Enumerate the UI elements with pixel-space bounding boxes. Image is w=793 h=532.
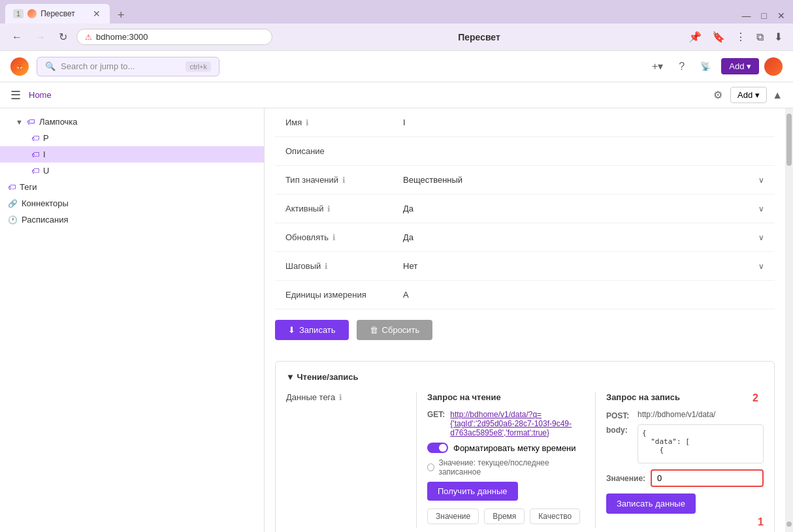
tab-value[interactable]: Значение <box>427 509 479 524</box>
sidebar-item-tegi[interactable]: 🏷 Теги <box>0 179 264 195</box>
user-avatar[interactable] <box>764 57 783 76</box>
sidebar-item-lampochka[interactable]: ▼ 🏷 Лампочка <box>0 114 264 130</box>
sidebar-item-connectors[interactable]: 🔗 Коннекторы <box>0 195 264 211</box>
window-minimize-button[interactable]: — <box>739 10 754 21</box>
get-data-button[interactable]: Получить данные <box>427 482 518 501</box>
value-text: I <box>403 117 406 127</box>
save-button[interactable]: ⬇ Записать <box>275 320 349 340</box>
info-icon[interactable]: ℹ <box>306 118 309 127</box>
add-button[interactable]: Add ▾ <box>721 58 759 74</box>
new-tab-button[interactable]: + <box>112 8 130 22</box>
read-panel: Запрос на чтение GET: http://bdhome/v1/d… <box>417 392 595 528</box>
tab-close-button[interactable]: ✕ <box>91 8 102 19</box>
tab-time[interactable]: Время <box>484 509 525 524</box>
dropdown-arrow-icon: ∨ <box>758 176 764 185</box>
read-url-link[interactable]: http://bdhome/v1/data/?q={'tagId':'2d95d… <box>450 410 572 437</box>
reset-label: Сбросить <box>382 325 420 335</box>
form-value-stepped[interactable]: Нет ∨ <box>393 255 775 277</box>
settings-button[interactable]: ⚙ <box>711 86 725 104</box>
bookmark-button[interactable]: 📌 <box>686 28 704 46</box>
write-data-button[interactable]: Записать данные <box>606 493 696 514</box>
form-value-description <box>393 145 775 158</box>
scrollbar-thumb[interactable] <box>786 114 792 166</box>
form-label-stepped: Шаговый ℹ <box>275 255 393 277</box>
breadcrumb-home[interactable]: Home <box>29 90 52 100</box>
add-label: Add ▾ <box>729 61 751 71</box>
value-text: Да <box>403 204 413 213</box>
label-text: Имя <box>285 117 302 127</box>
active-tab[interactable]: 1 Пересвет ✕ <box>5 4 110 23</box>
write-panel: 2 Запрос на запись POST: http://bdhome/v… <box>595 392 764 528</box>
value-input[interactable] <box>651 469 764 487</box>
sub-add-label: Add <box>737 90 753 100</box>
info-icon[interactable]: ℹ <box>339 393 342 402</box>
form-label-description: Описание <box>275 140 393 163</box>
read-method-row: GET: http://bdhome/v1/data/?q={'tagId':'… <box>427 410 585 437</box>
search-box[interactable]: 🔍 Search or jump to... ctrl+k <box>37 57 219 76</box>
radio-button[interactable] <box>427 463 434 471</box>
sidebar-item-label: U <box>43 166 49 176</box>
reload-button[interactable]: ↻ <box>55 29 71 44</box>
hamburger-button[interactable]: ☰ <box>10 88 21 102</box>
form-row-stepped: Шаговый ℹ Нет ∨ <box>275 252 775 281</box>
dropdown-arrow-icon: ∨ <box>758 262 764 271</box>
label-text: Тип значений <box>285 175 338 185</box>
info-icon[interactable]: ℹ <box>325 262 328 271</box>
sidebar-item-i[interactable]: 🏷 I <box>0 146 264 163</box>
label-text: Обновлять <box>285 232 329 242</box>
bookmark2-button[interactable]: 🔖 <box>709 28 728 46</box>
form-value-update[interactable]: Да ∨ <box>393 226 775 249</box>
dropdown-arrow-icon: ∨ <box>758 233 764 242</box>
sub-header: ☰ Home ⚙ Add ▾ ▲ <box>0 82 793 108</box>
forward-button[interactable]: → <box>31 30 50 44</box>
main-area: ▼ 🏷 Лампочка 🏷 P 🏷 I 🏷 U <box>0 108 793 532</box>
scrollbar-bottom[interactable] <box>786 522 792 527</box>
tag-icon: 🏷 <box>31 166 39 176</box>
body-textarea[interactable]: { "data": [ { <box>638 424 764 463</box>
form-value-type[interactable]: Вещественный ∨ <box>393 168 775 191</box>
form-value-name: I <box>393 111 775 134</box>
gitlab-logo[interactable]: 🦊 <box>10 57 29 76</box>
download-button[interactable]: ⬇ <box>771 28 785 46</box>
url-text: bdhome:3000 <box>96 32 148 42</box>
logo-text: 🦊 <box>16 63 23 69</box>
sidebar-item-label: P <box>43 133 49 143</box>
sidebar-item-label: I <box>43 149 46 159</box>
sidebar: ▼ 🏷 Лампочка 🏷 P 🏷 I 🏷 U <box>0 108 265 532</box>
browser-chrome: 1 Пересвет ✕ + — □ ✕ ← → ↻ ⚠ bdhome:3000… <box>0 0 793 532</box>
form-value-units: А <box>393 283 775 306</box>
form-label-update: Обновлять ℹ <box>275 226 393 249</box>
url-bar[interactable]: ⚠ bdhome:3000 <box>76 29 272 45</box>
info-icon[interactable]: ℹ <box>342 176 346 185</box>
info-icon[interactable]: ℹ <box>332 233 336 242</box>
form-value-active[interactable]: Да ∨ <box>393 197 775 220</box>
format-time-toggle[interactable] <box>427 443 448 453</box>
notifications-button[interactable]: 📡 <box>695 59 716 74</box>
scrollbar-track[interactable] <box>785 108 793 532</box>
post-method-row: POST: http://bdhome/v1/data/ <box>606 410 764 420</box>
more-button[interactable]: ⋮ <box>733 28 749 46</box>
collapse-button[interactable]: ▲ <box>772 89 783 101</box>
help-button[interactable]: ? <box>673 58 690 75</box>
label-text: Активный <box>285 204 323 213</box>
sidebar-item-u[interactable]: 🏷 U <box>0 163 264 179</box>
back-button[interactable]: ← <box>8 30 26 44</box>
sidebar-item-p[interactable]: 🏷 P <box>0 130 264 146</box>
reset-button[interactable]: 🗑 Сбросить <box>357 320 433 340</box>
window-close-button[interactable]: ✕ <box>775 10 788 21</box>
sub-add-button[interactable]: Add ▾ <box>730 87 767 103</box>
data-tabs-row: Значение Время Качество <box>427 509 585 524</box>
info-icon[interactable]: ℹ <box>327 204 331 213</box>
value-text: Да <box>403 232 413 242</box>
search-shortcut: ctrl+k <box>186 61 211 72</box>
tag-icon: 🏷 <box>31 134 39 143</box>
tab-quality[interactable]: Качество <box>530 509 580 524</box>
save-label: Записать <box>299 325 336 335</box>
new-item-button[interactable]: +▾ <box>647 57 668 75</box>
search-placeholder: Search or jump to... <box>61 61 180 71</box>
sidebar-item-schedules[interactable]: 🕐 Расписания <box>0 211 264 228</box>
tab-bar: 1 Пересвет ✕ + — □ ✕ <box>0 0 793 23</box>
window-restore-button[interactable]: □ <box>759 10 769 21</box>
extensions-button[interactable]: ⧉ <box>754 29 766 46</box>
sidebar-item-label: Теги <box>20 182 37 192</box>
